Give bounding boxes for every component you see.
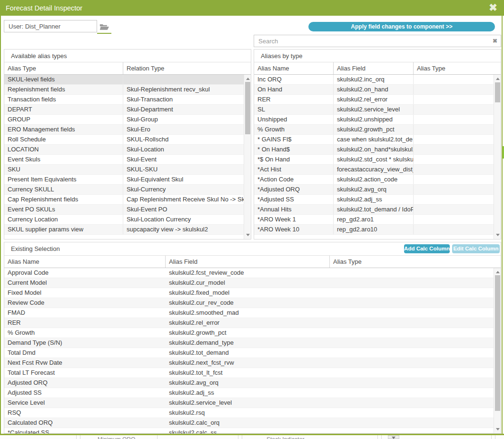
table-cell: SKUL-SKU [123, 165, 244, 174]
table-row[interactable]: Adjusted ORQskulskul2.avg_orq [4, 378, 494, 388]
table-cell: skulskul2.fcst_review_code [166, 268, 330, 278]
table-row[interactable]: Fixed Modelskulskul2.fixed_model [4, 288, 494, 298]
table-cell [330, 278, 494, 288]
scroll-up-icon[interactable] [494, 269, 501, 275]
table-row[interactable]: DEPARTSkul-Department [4, 105, 244, 115]
table-row[interactable]: % Growthskulskul2.growth_pct [4, 328, 494, 338]
table-row[interactable]: Total LT Forecastskulskul2.tot_lt_fcst [4, 368, 494, 378]
table-cell: Adjusted SS [4, 388, 166, 398]
table-cell: *Annual Hits [254, 205, 334, 214]
table-row[interactable]: % Growthskulskul2.growth_pct [254, 125, 494, 135]
table-row[interactable]: RERskulskul2.rel_error [254, 95, 494, 105]
table-cell: * On Hand$ [254, 145, 334, 154]
table-row[interactable]: *Act Histforecastaccuracy_view_dist_… [254, 165, 494, 175]
table-row[interactable]: Next Fcst Rvw Dateskulskul2.next_fcst_rv… [4, 358, 494, 368]
column-header-alias-type[interactable]: Alias Type [414, 62, 501, 74]
selection-table-body: Approval Codeskulskul2.fcst_review_codeC… [4, 268, 501, 433]
column-header-alias-name[interactable]: Alias Name [254, 62, 334, 74]
table-cell: Event Skuls [4, 155, 123, 164]
table-row[interactable]: Event SkulsSkul-Event [4, 155, 244, 165]
table-row[interactable]: Service Levelskulskul2.service_level [4, 398, 494, 408]
selection-column-header: Alias Name Alias Field Alias Type [4, 256, 501, 268]
table-cell: Event PO SKULs [4, 205, 123, 214]
scroll-up-icon[interactable] [244, 76, 251, 82]
table-cell [414, 95, 494, 104]
table-row[interactable]: RERskulskul2.rel_error [4, 318, 494, 328]
table-row[interactable]: Approval Codeskulskul2.fcst_review_code [4, 268, 494, 278]
column-header-relation-type[interactable]: Relation Type [123, 62, 251, 74]
scrollbar-thumb[interactable] [495, 275, 500, 411]
table-row[interactable]: *Action Codeskulskul2.action_code [254, 175, 494, 185]
column-header-alias-name[interactable]: Alias Name [4, 256, 166, 268]
table-cell: skulskul2.fixed_model [166, 288, 330, 298]
table-row[interactable]: GROUPSkul-Group [4, 115, 244, 125]
table-row[interactable]: SKUL-level fields [4, 75, 244, 85]
column-header-alias-field[interactable]: Alias Field [334, 62, 414, 74]
close-icon[interactable]: ✖ [486, 1, 500, 14]
table-row[interactable]: Current Modelskulskul2.cur_model [4, 278, 494, 288]
table-row[interactable]: *ARO Week 10rep_gd2.aro10 [254, 225, 494, 235]
table-row[interactable]: ERO Management fieldsSkul-Ero [4, 125, 244, 135]
column-header-alias-field[interactable]: Alias Field [166, 256, 330, 268]
table-row[interactable]: Calculated ORQskulskul2.calc_orq [4, 418, 494, 428]
table-row[interactable]: Roll ScheduleSKUL-Rollschd [4, 135, 244, 145]
table-row[interactable]: SLskulskul2.service_level [254, 105, 494, 115]
table-row[interactable]: Event PO SKULsSkul-Event PO [4, 205, 244, 215]
table-row[interactable]: Total Dmdskulskul2.tot_demand [4, 348, 494, 358]
table-cell [330, 428, 494, 433]
table-row[interactable]: *Calculated SSskulskul2.calc_ss [4, 428, 494, 433]
table-row[interactable]: *ARO Week 1rep_gd2.aro1 [254, 215, 494, 225]
table-cell: forecastaccuracy_view_dist_… [334, 165, 414, 174]
table-row[interactable]: RSQskulskul2.rsq [4, 408, 494, 418]
table-cell: *Action Code [254, 175, 334, 184]
scroll-down-icon[interactable] [244, 232, 251, 238]
table-cell: Roll Schedule [4, 135, 123, 144]
scroll-down-icon[interactable] [494, 426, 501, 432]
scrollbar-thumb[interactable] [495, 82, 500, 102]
table-row[interactable]: Review Codeskulskul2.cur_rev_code [4, 298, 494, 308]
available-scrollbar[interactable] [244, 75, 251, 239]
scrollbar-thumb[interactable] [245, 82, 250, 134]
table-row[interactable]: * GAINS FI$case when skulskul2.tot_de… [254, 135, 494, 145]
open-folder-icon[interactable] [98, 21, 111, 32]
table-row[interactable]: On Handskulskul2.on_hand [254, 85, 494, 95]
table-row[interactable]: Currency SKULLSkul-Currency [4, 185, 244, 195]
table-row[interactable]: Replenishment fieldsSkul-Replenishment r… [4, 85, 244, 95]
edit-calc-column-button[interactable]: Edit Calc Column [452, 244, 500, 253]
search-clear-icon[interactable]: ✖ [489, 35, 501, 47]
table-row[interactable]: *$ On Handskulskul2.std_cost * skulskul… [254, 155, 494, 165]
table-row[interactable]: *Adjusted SSskulskul2.adj_ss [254, 195, 494, 205]
selection-scrollbar[interactable] [494, 268, 501, 433]
search-bar: ✖ [254, 35, 501, 47]
aliases-scrollbar[interactable] [494, 75, 501, 239]
column-header-alias-type[interactable]: Alias Type [330, 256, 501, 268]
scroll-down-icon[interactable] [494, 232, 501, 238]
table-row[interactable]: FMADskulskul2.smoothed_mad [4, 308, 494, 318]
table-row[interactable]: SKUL supplier params viewsupcapacity vie… [4, 225, 244, 235]
table-cell [330, 298, 494, 308]
table-row[interactable]: Currency LocationSkul-Location Currency [4, 215, 244, 225]
background-scrollbar-fragment [503, 146, 504, 159]
apply-field-changes-button[interactable]: Apply field changes to component >> [308, 22, 495, 31]
column-header-alias-type[interactable]: Alias Type [4, 62, 123, 74]
table-row[interactable]: *Adjusted ORQskulskul2.avg_orq [254, 185, 494, 195]
table-row[interactable]: Demand Type (S/N)skulskul2.demand_type [4, 338, 494, 348]
table-row[interactable]: SKUSKUL-SKU [4, 165, 244, 175]
table-row[interactable]: Unshippedskulskul2.unshipped [254, 115, 494, 125]
existing-selection-panel: Existing Selection Add Calc Column Edit … [4, 242, 501, 434]
table-row[interactable]: Inc ORQskulskul2.inc_orq [254, 75, 494, 85]
table-row[interactable]: Present Item EquivalentsSkul-Equivalent … [4, 175, 244, 185]
add-calc-column-button[interactable]: Add Calc Column [404, 244, 450, 253]
table-row[interactable]: Adjusted SSskulskul2.adj_ss [4, 388, 494, 398]
table-cell: DEPART [4, 105, 123, 114]
table-row[interactable]: LOCATIONSkul-Location [4, 145, 244, 155]
search-input[interactable] [254, 35, 489, 47]
table-row[interactable]: * On Hand$skulskul2.on_hand*skulskul2… [254, 145, 494, 155]
table-cell: Skul-Event [123, 155, 244, 164]
table-cell [330, 308, 494, 318]
table-row[interactable]: *Annual Hitsskulskul2.tot_demand / IdoP… [254, 205, 494, 215]
user-field[interactable] [4, 20, 97, 32]
table-row[interactable]: Transaction fieldsSkul-Transaction [4, 95, 244, 105]
table-row[interactable]: Cap Replenishment fieldsCap Replenishmen… [4, 195, 244, 205]
scroll-up-icon[interactable] [494, 76, 501, 82]
